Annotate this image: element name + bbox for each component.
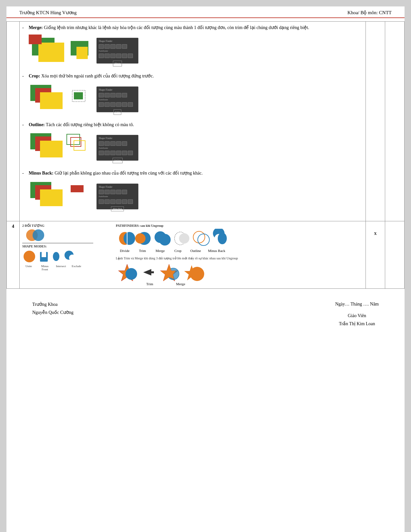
school-name: Trường KTCN Hùng Vương bbox=[19, 10, 77, 15]
outline-bullet-line: - Outline: Tách các đối tượng riêng biệt… bbox=[22, 121, 363, 128]
svg-rect-12 bbox=[40, 141, 63, 157]
row-content-upper: - Merge: Giống lệnh trim nhưng khác là l… bbox=[20, 22, 366, 221]
outline-illustration: Shape Finder Pathfinder bbox=[29, 132, 363, 164]
minusback-pf-panel: Shape Finder Pathfinder bbox=[96, 184, 138, 209]
giao-vien-title: Giáo Viên bbox=[335, 313, 379, 318]
crop-pf-panel: Shape Finder Pathfinder bbox=[96, 86, 138, 112]
row4-inner: 2 ĐỐI TƯỢNG SHAPE MODES: bbox=[22, 224, 363, 286]
svg-point-27 bbox=[69, 255, 75, 261]
minusback-section: - Minus Back: Giữ lại phần không giao nh… bbox=[22, 170, 363, 212]
svg-point-36 bbox=[179, 233, 189, 244]
outline-shapes-svg bbox=[29, 132, 90, 164]
row-4: 4 2 ĐỐI TƯỢNG SHAPE MODES: bbox=[7, 221, 405, 288]
svg-point-32 bbox=[135, 233, 145, 244]
svg-rect-18 bbox=[40, 189, 63, 206]
minusback-illustration: Shape Finder Pathfinder bbox=[29, 180, 363, 213]
merge-label: Merge bbox=[169, 282, 192, 286]
page-header: Trường KTCN Hùng Vương Khoa/ Bộ môn: CNT… bbox=[6, 6, 405, 18]
content-row-upper: - Merge: Giống lệnh trim nhưng khác là l… bbox=[7, 22, 405, 221]
svg-rect-7 bbox=[40, 92, 63, 109]
svg-point-25 bbox=[53, 252, 59, 261]
trim-merge-example bbox=[116, 263, 363, 282]
x-mark: x bbox=[368, 230, 382, 236]
main-table: - Merge: Giống lệnh trim nhưng khác là l… bbox=[6, 21, 405, 289]
svg-point-42 bbox=[125, 268, 137, 280]
after-merge-svg bbox=[184, 263, 206, 282]
merge-text: Merge: Giống lệnh trim nhưng khác là lện… bbox=[29, 24, 309, 31]
svg-rect-1 bbox=[38, 43, 64, 62]
svg-point-34 bbox=[159, 234, 171, 246]
crop-shapes-svg bbox=[29, 83, 90, 115]
merge-illustration: Shape Finder Pathfinder bbox=[29, 35, 363, 67]
page: Trường KTCN Hùng Vương Khoa/ Bộ môn: CNT… bbox=[6, 6, 405, 532]
label-crop: Crop bbox=[169, 249, 187, 253]
merge-pf-panel: Shape Finder Pathfinder bbox=[96, 38, 138, 64]
svg-point-22 bbox=[24, 251, 35, 262]
label-exclude: Exclude bbox=[70, 265, 83, 271]
left-panel: 2 ĐỐI TƯỢNG SHAPE MODES: bbox=[22, 224, 106, 271]
arrow-svg bbox=[142, 267, 155, 277]
giao-vien-name: Trần Thị Kim Loan bbox=[335, 321, 379, 326]
extra-col-2-upper bbox=[385, 22, 405, 221]
svg-rect-4 bbox=[76, 47, 88, 59]
right-panel: PATHFINDERS: sau khi Ungroup bbox=[116, 224, 363, 286]
row-4-content: 2 ĐỐI TƯỢNG SHAPE MODES: bbox=[20, 221, 366, 288]
svg-rect-13 bbox=[67, 134, 80, 145]
label-merge: Merge bbox=[151, 249, 169, 253]
trim-label: Trim bbox=[138, 282, 161, 286]
pathfinders-label: PATHFINDERS: sau khi Ungroup bbox=[116, 224, 363, 227]
crop-illustration: Shape Finder Pathfinder bbox=[29, 83, 363, 115]
date-line: Ngày… Tháng …. Năm bbox=[335, 302, 379, 307]
shape-modes-svg bbox=[22, 249, 93, 264]
minusback-bullet-line: - Minus Back: Giữ lại phần không giao nh… bbox=[22, 170, 363, 177]
extra-col-1-row4: x bbox=[366, 221, 385, 288]
truong-khoa-title: Trưởng Khoa bbox=[32, 302, 74, 307]
outline-dash: - bbox=[22, 121, 29, 128]
svg-rect-9 bbox=[74, 92, 83, 99]
footer-left: Trưởng Khoa Nguyễn Quốc Cường bbox=[32, 302, 74, 326]
outline-section: - Outline: Tách các đối tượng riêng biệt… bbox=[22, 121, 363, 164]
merge-bullet-line: - Merge: Giống lệnh trim nhưng khác là l… bbox=[22, 24, 363, 31]
footer: Trưởng Khoa Nguyễn Quốc Cường Ngày… Thán… bbox=[6, 289, 405, 333]
two-objects-svg bbox=[22, 229, 93, 242]
label-unite: Unite bbox=[22, 265, 35, 271]
truong-khoa-name: Nguyễn Quốc Cường bbox=[32, 310, 74, 315]
svg-rect-2 bbox=[29, 35, 42, 44]
trim-merge-labels: Trim Merge bbox=[138, 282, 363, 286]
shape-modes-label: SHAPE MODES: bbox=[22, 245, 106, 248]
label-intersect: Intersect bbox=[55, 265, 67, 271]
minusback-text: Minus Back: Giữ lại phần không giao nhau… bbox=[29, 170, 203, 177]
row-num-empty bbox=[7, 22, 20, 221]
shape-mode-labels: Unite Minus Front Intersect Exclude bbox=[22, 265, 106, 271]
svg-point-40 bbox=[218, 233, 227, 244]
outline-pf-panel: Shape Finder Pathfinder bbox=[96, 135, 138, 161]
minusback-shapes-svg bbox=[29, 180, 90, 213]
merge-section: - Merge: Giống lệnh trim nhưng khác là l… bbox=[22, 24, 363, 67]
pathfinders-svg bbox=[116, 229, 264, 251]
merge-shapes-svg bbox=[29, 35, 90, 67]
svg-point-37 bbox=[193, 231, 205, 243]
svg-point-38 bbox=[198, 234, 209, 246]
minusback-dash: - bbox=[22, 170, 29, 177]
svg-point-29 bbox=[124, 232, 135, 245]
crop-bullet-line: - Crop: Xóa mọi thứ bên ngoài ranh giới … bbox=[22, 73, 363, 80]
department-name: Khoa/ Bộ môn: CNTT bbox=[347, 10, 392, 15]
svg-marker-43 bbox=[143, 269, 154, 276]
footer-right: Ngày… Tháng …. Năm Giáo Viên Trần Thị Ki… bbox=[335, 302, 379, 326]
svg-point-21 bbox=[33, 229, 44, 241]
extra-col-1-upper bbox=[366, 22, 385, 221]
before-svg bbox=[116, 263, 138, 282]
label-trim: Trim bbox=[134, 249, 151, 253]
two-objects-label: 2 ĐỐI TƯỢNG bbox=[22, 224, 106, 227]
label-minusback: Minus Back bbox=[205, 249, 229, 253]
crop-dash: - bbox=[22, 73, 29, 80]
crop-text: Crop: Xóa mọi thứ bên ngoài ranh giới củ… bbox=[29, 73, 154, 80]
outline-text: Outline: Tách các đối tượng riêng biệt k… bbox=[29, 121, 134, 128]
svg-rect-19 bbox=[71, 185, 84, 192]
row-4-num: 4 bbox=[7, 221, 20, 288]
crop-section: - Crop: Xóa mọi thứ bên ngoài ranh giới … bbox=[22, 73, 363, 115]
svg-rect-24 bbox=[42, 252, 46, 257]
note-text: Lệnh Trim và Merge khi dùng 3 đối tượng … bbox=[116, 256, 255, 260]
extra-col-2-row4 bbox=[385, 221, 405, 288]
after-trim-svg bbox=[158, 263, 180, 282]
